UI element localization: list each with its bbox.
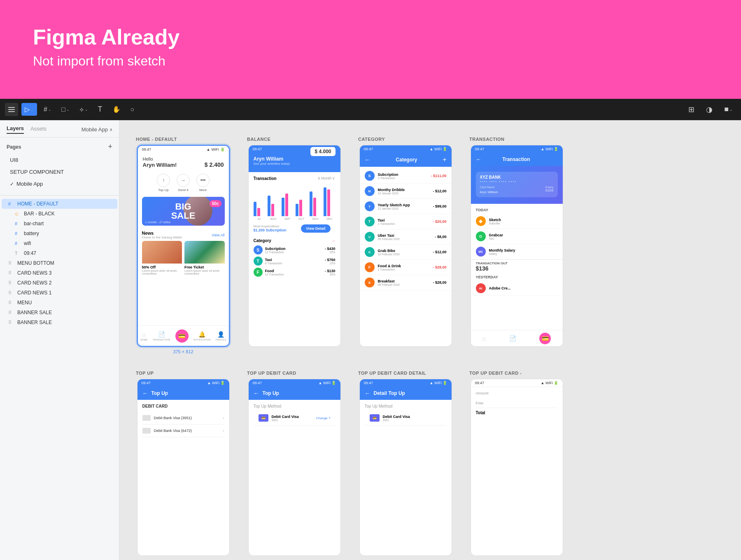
layer-wifi[interactable]: # wifi [2,238,117,248]
layer-menu-bottom[interactable]: ⠿ MENU BOTTOM [2,258,117,268]
trans-monthy: M Monthy Dribble 10 Januari 2020 - $12,0… [360,184,452,199]
hand-tool[interactable]: ✋ [109,103,124,116]
news-grid: 50% Off Lorem ipsum dolor sit amet, cons… [142,241,225,277]
page-item-setup[interactable]: SETUP COMPONENT [7,166,112,177]
chart-area: Transaction 6 Month ∨ [249,172,340,223]
trans-icon-uber: U [365,232,375,242]
file-label: Mobile App ∧ [82,126,112,133]
nav-profile[interactable]: 👤 PROFILE [216,331,226,341]
topup-header: ← Top Up [137,387,229,400]
trans-yearly: Y Yearly Sketch App 12 Januari 2020 - $9… [360,199,452,214]
share-icon[interactable]: ■ ⌄ [721,103,736,116]
layer-bar-chart[interactable]: # bar-chart [2,219,117,229]
components-icon[interactable]: ⊞ [685,103,698,117]
nav-wallet[interactable]: 💳 [175,329,189,343]
summary-amount: $1.200 Subcription [254,228,287,232]
category-arrow[interactable]: → [331,238,336,243]
card-expiry: 01/25 [545,189,553,194]
topup-debit-back[interactable]: ← [254,390,259,397]
shape-tool[interactable]: □ ⌄ [58,103,73,116]
tab-layers[interactable]: Layers [7,125,24,134]
cat-row-taxi: T Taxi 8 Transaction - $760 15% [254,257,336,266]
nav-home-icon[interactable]: ⌂ [482,335,486,342]
nav-wallet-active[interactable]: 💳 [539,333,551,344]
view-all-link[interactable]: View All [212,233,224,237]
nav-doc-icon[interactable]: 📄 [509,335,516,342]
layer-card-news-3[interactable]: ⠿ CARD NEWS 3 [2,268,117,278]
select-tool[interactable]: ▷ ⌄ [21,103,37,116]
debit-label: DEBIT CARD [142,404,224,408]
topup-last-status: 09:47 ▲ WiFi 🔋 [471,379,563,387]
balance-amount: $ 4.000 [315,149,331,154]
debit-row-1[interactable]: Debit Bank Visa (3951) › [142,412,224,425]
view-detail-button[interactable]: View Detail [301,224,330,233]
canvas-area[interactable]: HOME - DEFAULT 09:47 ▲ WiFi 🔋 [119,120,741,560]
layer-bar-black[interactable]: ◇ BAR - BLACK [2,209,117,219]
topup-detail-header: ← Detail Top Up [360,387,452,400]
panel-tabs: Layers Assets Mobile App ∧ [0,120,119,138]
hash-icon-3: # [15,241,21,246]
amount-label: Amount [476,391,558,395]
trans-icon-s: S [365,171,375,181]
topup-debit-screen-container: TOP UP DEBIT CARD 09:47 ▲ WiFi 🔋 ← Top U… [247,371,342,556]
comment-tool[interactable]: ○ [127,103,138,116]
topup-back[interactable]: ← [142,390,148,397]
chart-period[interactable]: 6 Month ∨ [318,176,335,181]
more-action[interactable]: ••• More [196,174,210,192]
nav-home[interactable]: ⌂ HOME [140,331,148,341]
trans-back-arrow[interactable]: ← [476,156,482,163]
greeting: Hello [143,156,224,161]
topup-action[interactable]: ↑ Top Up [157,174,170,192]
cat-back-arrow[interactable]: ← [365,156,370,163]
card-holder: Aryn William [480,190,498,194]
category-screen-container: CATEGORY 09:47 ▲ WiFi 🔋 ← Category + [358,137,453,354]
news-card-1: 50% Off Lorem ipsum dolor sit amet, cons… [142,241,182,277]
method-change[interactable]: Change ? [316,416,331,420]
news-image-2 [184,241,225,264]
pen-tool[interactable]: ⟡ ⌄ [76,103,91,116]
topup-detail-back[interactable]: ← [365,390,370,397]
layer-menu[interactable]: ⠿ MENU [2,298,117,308]
bottom-nav: ⌂ HOME 📄 TRANSACTION 💳 🔔 [138,325,229,346]
topup-debit-title: Top Up [263,390,279,396]
layer-banner-sale-1[interactable]: ⠿ BANNER SALE [2,308,117,317]
news-card-title-2: Free Ticket [184,265,225,269]
page-item-mobile[interactable]: Mobile App [7,178,112,189]
debit-row-2[interactable]: Debit Bank Visa (6472) › [142,425,224,437]
page-item-ui8[interactable]: UI8 [7,154,112,166]
text-tool[interactable]: T [95,103,106,116]
hero-title: Figma Already [33,25,708,49]
layer-banner-sale-2[interactable]: ⠿ BANNER SALE [2,317,117,327]
text-icon: T [15,251,21,256]
trans-taxi: T Taxi 2 Transaction - $20,00 [360,214,452,229]
transaction-icon: 📄 [158,331,165,338]
method-row-1[interactable]: 💳 Debit Card Visa 3951 Change ? [254,411,336,425]
send-action[interactable]: → Send It [177,174,190,192]
trans-sketch: ◆ Sketch Subcribe [471,214,563,229]
dots-icon-5: ⠿ [8,300,14,306]
theme-icon[interactable]: ◑ [703,103,716,117]
layer-battery[interactable]: # battery [2,229,117,238]
frame-tool[interactable]: # ⌄ [40,103,55,116]
hamburger-menu[interactable] [5,103,18,116]
add-page-button[interactable]: + [108,142,112,151]
balance-amount-box: $ 4.000 [310,147,335,156]
layer-card-news-1[interactable]: ⠿ CARD NEWS 1 [2,288,117,298]
salary-icon: MS [476,247,486,257]
topup-phone-frame: 09:47 ▲ WiFi 🔋 ← Top Up DEBIT CARD Debit… [137,379,230,556]
layer-card-news-2[interactable]: ⠿ CARD NEWS 2 [2,278,117,288]
detail-method-section: Top Up Method 💳 Debit Card Visa 3951 [360,400,452,429]
trans-status-bar: 09:47 ▲ WiFi 🔋 [471,145,563,153]
cat-plus-button[interactable]: + [443,156,446,163]
nav-transaction[interactable]: 📄 TRANSACTION [153,331,170,341]
cat-row-subscription: S Subcription 12 Transaction - $430 35% [254,245,336,254]
dots-icon: ⠿ [8,261,14,266]
home-banner: BIG SALE 50c 1 Jumlah - 27 artika [142,197,225,226]
top-up-method-section: Top Up Method 💳 Debit Card Visa 3951 Cha… [249,400,340,429]
layer-home-default[interactable]: # HOME - DEFAULT [2,199,117,209]
tab-assets[interactable]: Assets [30,126,47,133]
send-label: Send It [178,188,188,192]
hash-icon-2: # [15,231,21,236]
layer-time[interactable]: T 09:47 [2,248,117,258]
nav-notification[interactable]: 🔔 NOTIFICATION [193,331,211,341]
